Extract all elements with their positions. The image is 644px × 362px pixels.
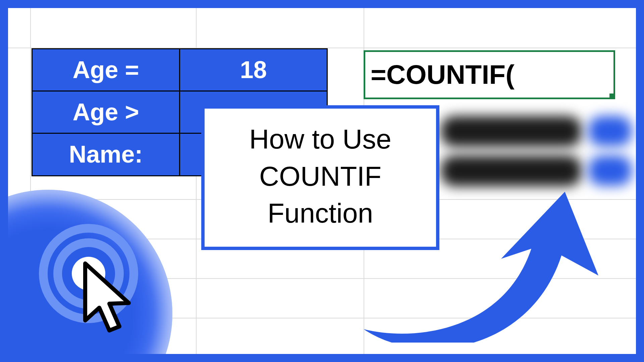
blurred-text-1 — [441, 116, 582, 147]
title-card: How to Use COUNTIF Function — [201, 105, 439, 250]
cursor-icon — [78, 260, 139, 337]
formula-text: =COUNTIF( — [371, 59, 515, 90]
blurred-badge-1 — [588, 116, 632, 146]
title-line-2: COUNTIF — [213, 158, 428, 195]
title-line-3: Function — [213, 195, 428, 232]
thumbnail-frame: Age = 18 Age > Name: =COUNTIF( How to Us… — [8, 8, 636, 354]
row-label-name: Name: — [32, 133, 180, 176]
formula-input-cell[interactable]: =COUNTIF( — [364, 50, 615, 99]
title-line-1: How to Use — [213, 121, 428, 158]
row-value-age-eq: 18 — [180, 49, 327, 91]
row-label-age-gt: Age > — [32, 91, 180, 133]
table-row: Age = 18 — [32, 49, 327, 91]
row-label-age-eq: Age = — [32, 49, 180, 91]
blurred-badge-2 — [588, 156, 632, 186]
